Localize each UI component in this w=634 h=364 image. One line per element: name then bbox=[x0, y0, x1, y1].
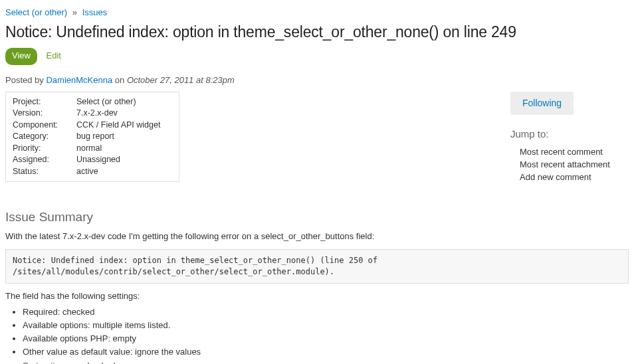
meta-value-category: bug report bbox=[76, 131, 172, 143]
settings-list: Required: checked Available options: mul… bbox=[5, 306, 629, 364]
byline-date: October 27, 2011 at 8:23pm bbox=[127, 75, 235, 85]
jump-link-recent-attachment[interactable]: Most recent attachment bbox=[520, 159, 623, 171]
meta-value-status: active bbox=[76, 166, 172, 178]
list-item: Other value as default value: ignore the… bbox=[23, 346, 629, 358]
meta-label-version: Version: bbox=[13, 108, 76, 120]
tab-view[interactable]: View bbox=[5, 48, 37, 64]
error-code-block: Notice: Undefined index: option in theme… bbox=[5, 249, 629, 284]
byline-author-link[interactable]: DamienMcKenna bbox=[46, 75, 112, 85]
summary-intro-text: With the latest 7.x-2.x-dev code I'm get… bbox=[5, 230, 629, 242]
meta-value-project: Select (or other) bbox=[76, 96, 172, 108]
list-item: Sort options: unchecked bbox=[23, 360, 629, 364]
meta-label-priority: Priority: bbox=[13, 143, 76, 155]
issue-summary-heading: Issue Summary bbox=[5, 209, 629, 227]
tabs: View Edit bbox=[5, 48, 629, 64]
meta-label-assigned: Assigned: bbox=[13, 154, 76, 166]
byline-on: on bbox=[115, 75, 124, 85]
meta-label-component: Component: bbox=[13, 120, 76, 132]
meta-value-priority: normal bbox=[76, 143, 172, 155]
breadcrumb-separator: » bbox=[72, 7, 77, 17]
meta-value-version: 7.x-2.x-dev bbox=[76, 108, 172, 120]
list-item: Available options: multiple items listed… bbox=[23, 319, 629, 331]
right-column: Following Jump to: Most recent comment M… bbox=[510, 92, 623, 184]
jump-link-add-comment[interactable]: Add new comment bbox=[520, 171, 623, 184]
page-title: Notice: Undefined index: option in theme… bbox=[5, 21, 629, 43]
jump-link-recent-comment[interactable]: Most recent comment bbox=[520, 146, 623, 159]
issue-metadata-box: Project:Select (or other) Version:7.x-2.… bbox=[5, 92, 179, 183]
following-button[interactable]: Following bbox=[510, 92, 574, 116]
meta-value-component: CCK / Field API widget bbox=[76, 120, 172, 132]
settings-lead-text: The field has the following settings: bbox=[5, 290, 629, 302]
byline: Posted by DamienMcKenna on October 27, 2… bbox=[5, 74, 629, 86]
meta-label-status: Status: bbox=[13, 166, 76, 178]
jump-to-links: Most recent comment Most recent attachme… bbox=[510, 146, 623, 184]
meta-label-project: Project: bbox=[13, 96, 76, 108]
jump-to-heading: Jump to: bbox=[510, 127, 623, 141]
breadcrumb-section-link[interactable]: Issues bbox=[82, 7, 108, 17]
breadcrumb: Select (or other) » Issues bbox=[5, 7, 629, 19]
list-item: Available options PHP: empty bbox=[23, 333, 629, 345]
tab-edit[interactable]: Edit bbox=[47, 50, 61, 60]
meta-value-assigned: Unassigned bbox=[76, 154, 172, 166]
meta-label-category: Category: bbox=[13, 131, 76, 143]
breadcrumb-project-link[interactable]: Select (or other) bbox=[5, 7, 67, 17]
byline-posted-by: Posted by bbox=[5, 75, 44, 85]
list-item: Required: checked bbox=[23, 306, 629, 318]
